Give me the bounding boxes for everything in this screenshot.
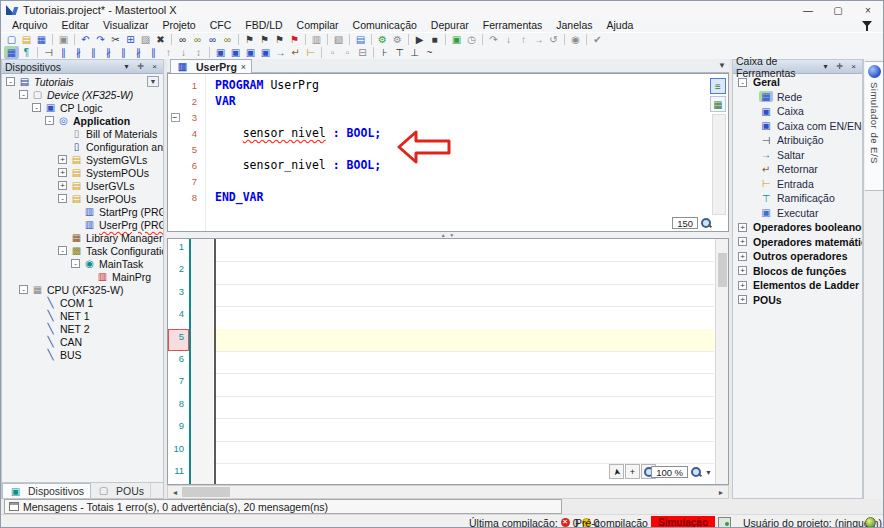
toolbox-item-caixa-com-en-eno[interactable]: ▣Caixa com EN/ENO <box>733 119 862 134</box>
tab-list-dropdown-icon[interactable]: ▼ <box>718 61 726 70</box>
selected-rung-highlight[interactable] <box>204 329 714 351</box>
code-line[interactable]: 2VAR <box>168 93 712 109</box>
branch-above-icon[interactable]: ⊤ <box>392 46 407 59</box>
tree-item-device-xf325-w[interactable]: -▢Device (XF325-W) <box>2 88 163 101</box>
breakpoint-icon[interactable]: ◉ <box>568 33 583 46</box>
stop-icon[interactable]: ■ <box>427 33 442 46</box>
step-over-icon[interactable]: ↷ <box>486 33 501 46</box>
bottom-tab-pous[interactable]: ▢POUs <box>91 483 151 498</box>
rung-number[interactable]: 10 <box>168 443 184 454</box>
tree-dropdown-icon[interactable]: ▼ <box>147 76 159 87</box>
toolbox-item-entrada[interactable]: ⊢Entrada <box>733 177 862 192</box>
rung-number[interactable]: 7 <box>168 375 184 386</box>
bookmark-next-icon[interactable]: ⚑ <box>257 33 272 46</box>
new-file-icon[interactable]: ▢ <box>4 33 19 46</box>
rung-number[interactable]: 2 <box>168 263 184 274</box>
menu-janelas[interactable]: Janelas <box>549 19 599 31</box>
wire-icon[interactable]: ~ <box>422 46 437 59</box>
edge-falling-icon[interactable]: ↓ <box>176 46 191 59</box>
tree-item-application[interactable]: -◎Application <box>2 114 163 127</box>
toolbox-group-operadores-booleanos[interactable]: +Operadores booleanos <box>733 220 862 235</box>
replace-in-project-icon[interactable]: ∞ <box>220 33 235 46</box>
menu-visualizar[interactable]: Visualizar <box>96 19 155 31</box>
collapse-icon[interactable]: - <box>58 246 67 255</box>
ladder-zoom-value[interactable]: 100 % <box>651 466 688 478</box>
textual-view-button[interactable]: ≡ <box>710 78 726 94</box>
toolbox-group-elementos-de-ladder[interactable]: +Elementos de Ladder <box>733 278 862 293</box>
branch-icon[interactable]: ⊦ <box>377 46 392 59</box>
expand-icon[interactable]: + <box>738 266 747 275</box>
build-icon[interactable]: ▤ <box>353 33 368 46</box>
scroll-left-icon[interactable]: ◄ <box>168 486 182 498</box>
edge-both-icon[interactable]: ↕ <box>191 46 206 59</box>
collapse-icon[interactable]: - <box>19 285 28 294</box>
toolbox-item-caixa[interactable]: ▣Caixa <box>733 104 862 119</box>
box-en-icon[interactable]: ▣ <box>228 46 243 59</box>
properties-icon[interactable]: ▧ <box>331 33 346 46</box>
panel-close-icon[interactable]: × <box>149 61 160 72</box>
panel-dropdown-icon[interactable]: ▾ <box>121 61 132 72</box>
panel-pin-icon[interactable]: ✛ <box>135 61 146 72</box>
bookmark-icon[interactable]: ⚑ <box>242 33 257 46</box>
run-to-cursor-icon[interactable]: → <box>531 33 546 46</box>
tree-item-net-1[interactable]: ╲NET 1 <box>2 309 163 322</box>
tree-item-mainprg[interactable]: ▥MainPrg <box>2 270 163 283</box>
export-icon[interactable]: ▥ <box>309 33 324 46</box>
ladder-hscrollbar[interactable]: ◄ ► <box>167 485 729 499</box>
assign-icon[interactable]: ⊣ <box>41 46 56 59</box>
rung-number[interactable]: 5 <box>168 331 184 342</box>
collapse-icon[interactable]: − <box>171 113 180 122</box>
find-in-project-icon[interactable]: ∞ <box>205 33 220 46</box>
zoom-dropdown-icon[interactable]: ▼ <box>705 469 712 476</box>
expand-icon[interactable]: + <box>738 237 747 246</box>
negation-icon[interactable]: ▫ <box>325 46 340 59</box>
tab-userprg[interactable]: ▥ UserPrg × <box>170 59 252 73</box>
close-button[interactable]: × <box>853 1 883 19</box>
panel-close-icon[interactable]: × <box>848 61 859 72</box>
filter-icon[interactable] <box>862 21 873 31</box>
toolbox-item-saltar[interactable]: →Saltar <box>733 148 862 163</box>
edge-detection-icon[interactable]: ▫ <box>340 46 355 59</box>
toolbox-item-rede[interactable]: ▦Rede <box>733 90 862 105</box>
open-project-icon[interactable]: ▤ <box>19 33 34 46</box>
zoom-lens-icon[interactable] <box>700 217 712 229</box>
code-line[interactable]: 7 <box>168 173 712 189</box>
tree-item-userprg-prg[interactable]: ▥UserPrg (PRG) <box>2 218 163 231</box>
input-insert-icon[interactable]: ⊢ <box>303 46 318 59</box>
toolbox-group-blocos-de-funcoes[interactable]: +Blocos de funções <box>733 264 862 279</box>
expand-icon[interactable]: + <box>738 281 747 290</box>
expand-icon[interactable]: + <box>58 155 67 164</box>
tree-item-cp-logic[interactable]: -▣CP Logic <box>2 101 163 114</box>
collapse-icon[interactable]: - <box>32 103 41 112</box>
toolbox-group-pous[interactable]: +POUs <box>733 293 862 308</box>
restore-button[interactable]: ▢ <box>823 1 853 19</box>
rung-number[interactable]: 4 <box>168 308 184 319</box>
tree-item-usergvls[interactable]: +▤UserGVLs <box>2 179 163 192</box>
panel-dropdown-icon[interactable]: ▾ <box>820 61 831 72</box>
toolbox-group-operadores-matematicos[interactable]: +Operadores matemáticos <box>733 235 862 250</box>
branch-below-icon[interactable]: ⊥ <box>407 46 422 59</box>
menu-fbd-ld[interactable]: FBD/LD <box>238 19 289 31</box>
step-out-icon[interactable]: ↑ <box>516 33 531 46</box>
zoom-lens-icon[interactable] <box>690 466 702 478</box>
declaration-scrollbar[interactable] <box>712 114 726 215</box>
simulation-icon[interactable]: ▣ <box>449 33 464 46</box>
parallel-contact-icon[interactable]: ∥ <box>86 46 101 59</box>
edge-rising-icon[interactable]: ↑ <box>161 46 176 59</box>
scroll-thumb[interactable] <box>182 487 230 497</box>
tree-item-com-1[interactable]: ╲COM 1 <box>2 296 163 309</box>
cut-icon[interactable]: ✂ <box>108 33 123 46</box>
coil-set-reset-icon[interactable]: ∥ <box>146 46 161 59</box>
bookmark-clear-icon[interactable]: ⚑ <box>287 33 302 46</box>
jump-icon[interactable]: → <box>273 46 288 59</box>
contact-icon[interactable]: ∥ <box>56 46 71 59</box>
collapse-icon[interactable]: - <box>71 259 80 268</box>
tree-item-configuration-and-consumpt[interactable]: ▯Configuration and Consumpt <box>2 140 163 153</box>
tree-item-cpu-xf325-w[interactable]: -▦CPU (XF325-W) <box>2 283 163 296</box>
paste-icon[interactable]: ▨ <box>138 33 153 46</box>
toolbox-item-retornar[interactable]: ↵Retornar <box>733 162 862 177</box>
menu-projeto[interactable]: Projeto <box>155 19 202 31</box>
copy-icon[interactable]: ⊞ <box>123 33 138 46</box>
expand-icon[interactable]: + <box>58 168 67 177</box>
tree-item-maintask[interactable]: -◉MainTask <box>2 257 163 270</box>
